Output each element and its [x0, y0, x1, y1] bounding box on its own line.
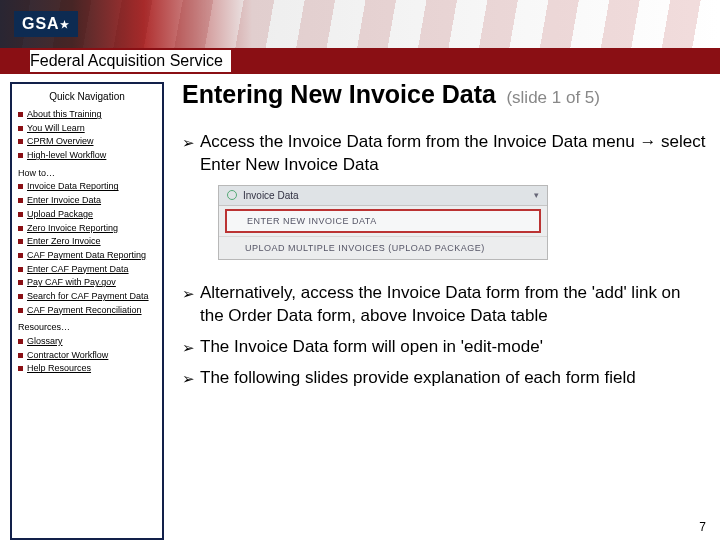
- sidebar-item[interactable]: Invoice Data Reporting: [18, 181, 156, 193]
- sidebar-heading: Quick Navigation: [18, 90, 156, 103]
- page-number: 7: [699, 520, 706, 534]
- sidebar-group-resources: Glossary Contractor Workflow Help Resour…: [18, 336, 156, 375]
- menu-item-selected: Enter New Invoice Data: [225, 209, 541, 233]
- sidebar-item[interactable]: Help Resources: [18, 363, 156, 375]
- star-icon: ★: [60, 19, 70, 30]
- menu-tab-label: Invoice Data: [243, 190, 299, 201]
- sidebar-item[interactable]: CPRM Overview: [18, 136, 156, 148]
- sidebar-item[interactable]: Search for CAF Payment Data: [18, 291, 156, 303]
- bullet-icon: [18, 294, 23, 299]
- bullet-icon: [18, 126, 23, 131]
- slide-indicator: (slide 1 of 5): [506, 88, 600, 107]
- chevron-icon: ➢: [182, 284, 200, 328]
- circle-icon: [227, 190, 237, 200]
- sidebar-label-resources: Resources…: [18, 322, 156, 334]
- bullet-list-2: ➢Alternatively, access the Invoice Data …: [182, 282, 706, 390]
- sidebar-item[interactable]: Enter CAF Payment Data: [18, 264, 156, 276]
- sidebar-label-howto: How to…: [18, 168, 156, 180]
- sidebar-item[interactable]: Enter Invoice Data: [18, 195, 156, 207]
- slide-content: Entering New Invoice Data (slide 1 of 5)…: [164, 74, 720, 540]
- bullet-icon: [18, 184, 23, 189]
- sidebar-group-intro: About this Training You Will Learn CPRM …: [18, 109, 156, 162]
- flag-banner: GSA★: [0, 0, 720, 48]
- sidebar-item[interactable]: High-level Workflow: [18, 150, 156, 162]
- slide-title: Entering New Invoice Data: [182, 80, 496, 108]
- sidebar-item[interactable]: Glossary: [18, 336, 156, 348]
- bullet-item: ➢ Access the Invoice Data form from the …: [182, 131, 706, 177]
- bullet-icon: [18, 226, 23, 231]
- sidebar-item[interactable]: Pay CAF with Pay.gov: [18, 277, 156, 289]
- bullet-item: ➢Alternatively, access the Invoice Data …: [182, 282, 706, 328]
- arrow-icon: →: [639, 132, 656, 151]
- fas-title-bar: Federal Acquisition Service: [0, 48, 720, 74]
- sidebar-item[interactable]: About this Training: [18, 109, 156, 121]
- menu-screenshot: Invoice Data ▾ Enter New Invoice Data Up…: [218, 185, 548, 260]
- gsa-logo: GSA★: [14, 11, 78, 37]
- sidebar-item[interactable]: Zero Invoice Reporting: [18, 223, 156, 235]
- bullet-icon: [18, 339, 23, 344]
- bullet-icon: [18, 253, 23, 258]
- sidebar-item[interactable]: You Will Learn: [18, 123, 156, 135]
- sidebar-item[interactable]: CAF Payment Data Reporting: [18, 250, 156, 262]
- menu-item: Upload Multiple Invoices (Upload Package…: [219, 236, 547, 259]
- chevron-icon: ➢: [182, 133, 200, 177]
- chevron-icon: ➢: [182, 338, 200, 359]
- menu-tab: Invoice Data ▾: [219, 186, 547, 206]
- chevron-down-icon: ▾: [534, 190, 539, 200]
- quick-navigation: Quick Navigation About this Training You…: [10, 82, 164, 540]
- chevron-icon: ➢: [182, 369, 200, 390]
- bullet-icon: [18, 139, 23, 144]
- bullet-icon: [18, 198, 23, 203]
- fas-title: Federal Acquisition Service: [30, 50, 227, 71]
- bullet-icon: [18, 112, 23, 117]
- bullet-icon: [18, 153, 23, 158]
- sidebar-item[interactable]: CAF Payment Reconciliation: [18, 305, 156, 317]
- bullet-icon: [18, 280, 23, 285]
- bullet-item: ➢The following slides provide explanatio…: [182, 367, 706, 390]
- sidebar-item[interactable]: Contractor Workflow: [18, 350, 156, 362]
- bullet-icon: [18, 239, 23, 244]
- sidebar-item[interactable]: Enter Zero Invoice: [18, 236, 156, 248]
- sidebar-item[interactable]: Upload Package: [18, 209, 156, 221]
- bullet-icon: [18, 366, 23, 371]
- bullet-item: ➢The Invoice Data form will open in 'edi…: [182, 336, 706, 359]
- bullet-list: ➢ Access the Invoice Data form from the …: [182, 131, 706, 177]
- bullet-icon: [18, 212, 23, 217]
- bullet-icon: [18, 267, 23, 272]
- sidebar-group-howto: Invoice Data Reporting Enter Invoice Dat…: [18, 181, 156, 316]
- bullet-icon: [18, 308, 23, 313]
- bullet-icon: [18, 353, 23, 358]
